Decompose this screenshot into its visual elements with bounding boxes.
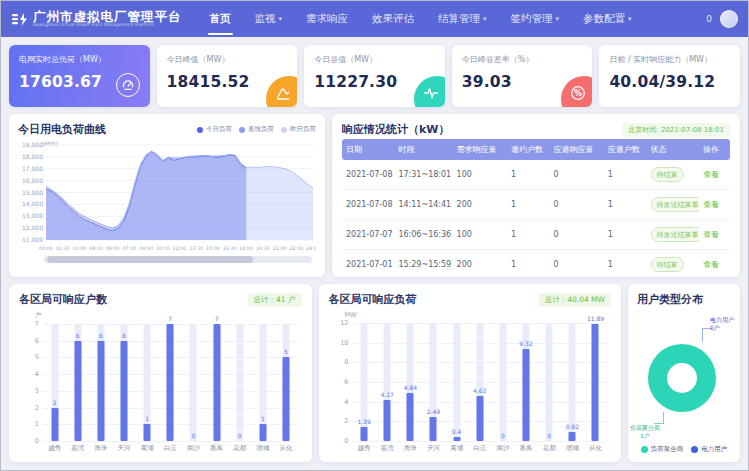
chart-zoom-slider[interactable]: [44, 256, 312, 263]
nav-item-contract-management[interactable]: 签约管理▾: [501, 1, 570, 37]
x-axis-label: 从化: [584, 444, 607, 454]
svg-text:%: %: [574, 89, 582, 98]
bar-column-荔湾: 6: [66, 324, 89, 441]
x-axis-label: 南沙: [182, 444, 205, 454]
table-cell: 1: [507, 250, 550, 278]
bar-column-海珠: 6: [89, 324, 112, 441]
x-axis-label: 番禺: [514, 444, 537, 454]
y-axis-tick: 4: [344, 398, 348, 406]
gridline: [353, 441, 608, 442]
svg-text:13:30: 13:30: [189, 246, 203, 251]
notification-count[interactable]: 0: [706, 14, 712, 24]
svg-text:15:00: 15:00: [206, 246, 220, 251]
x-axis-label: 黄埔: [445, 444, 468, 454]
svg-text:16:30: 16:30: [223, 246, 237, 251]
x-axis-label: 番禺: [205, 444, 228, 454]
legend-dot: [239, 127, 245, 133]
table-cell-action: 查看: [699, 220, 730, 250]
view-link[interactable]: 查看: [703, 260, 719, 269]
view-link[interactable]: 查看: [703, 230, 719, 239]
top-nav-bar: 广州市虚拟电厂管理平台 Guangzhou Virtual Power Plan…: [1, 1, 748, 37]
table-cell: 1: [604, 160, 647, 190]
nav-item-demand-response[interactable]: 需求响应: [296, 1, 358, 37]
bar-column-黄埔: 0.4: [445, 323, 468, 441]
bar-value-label: 0: [191, 432, 195, 439]
x-axis-label: 荔湾: [376, 444, 399, 454]
nav-item-label: 签约管理: [511, 12, 553, 26]
table-cell: 100: [453, 220, 507, 250]
kpi-title: 电网实时总负荷（MW）: [19, 54, 140, 65]
bar-column-海珠: 4.84: [399, 323, 422, 441]
table-cell: 14:11~14:41: [394, 190, 452, 220]
legend-item-aggregator[interactable]: 负荷聚合商: [641, 445, 684, 454]
table-cell: 0: [550, 250, 604, 278]
user-avatar[interactable]: [720, 10, 738, 28]
nav-item-label: 结算管理: [438, 12, 480, 26]
kpi-title: 今日峰值（MW）: [167, 54, 288, 65]
bar-track: [190, 324, 197, 441]
x-axis-label: 天河: [422, 444, 445, 454]
logo-icon: [11, 11, 28, 28]
bar: [592, 324, 599, 441]
legend-item-1[interactable]: 基线负荷: [239, 125, 274, 134]
bar-value-label: 2: [53, 399, 57, 406]
bar-value-label: 0.4: [452, 428, 462, 435]
kpi-card-today-peak: 今日峰值（MW） 18415.52: [157, 45, 298, 107]
legend-item-2[interactable]: 昨日负荷: [281, 125, 316, 134]
gauge-icon: [116, 73, 140, 97]
kpi-title: 日前 / 实时响应能力（MW）: [609, 54, 730, 65]
bar: [407, 393, 414, 441]
y-axis-tick: 8: [344, 358, 348, 366]
legend-label: 基线负荷: [248, 125, 274, 134]
y-axis-tick: 1: [35, 420, 39, 428]
nav-item-settlement-management[interactable]: 结算管理▾: [428, 1, 497, 37]
district-load-panel: 各区局可响应负荷 总计：40.04 MW MW 1210864201.394.1…: [319, 284, 622, 462]
table-cell: 1: [604, 250, 647, 278]
bar-column-番禺: 9.32: [514, 323, 537, 441]
view-link[interactable]: 查看: [703, 200, 719, 209]
legend-item-0[interactable]: 今日负荷: [197, 125, 232, 134]
svg-text:21:00: 21:00: [273, 246, 287, 251]
bar-columns: 1.394.174.842.490.44.6209.3200.9211.89: [353, 323, 608, 441]
nav-item-monitor[interactable]: 监视▾: [245, 1, 293, 37]
nav-item-label: 监视: [255, 12, 276, 26]
kpi-row: 电网实时总负荷（MW） 17603.67 今日峰值（MW） 18415.52: [9, 45, 740, 107]
nav-item-parameter-config[interactable]: 参数配置▾: [573, 1, 642, 37]
table-header-cell: 应邀户数: [604, 139, 647, 160]
svg-text:(MW): (MW): [42, 140, 58, 147]
response-stats-panel: 响应情况统计（kW） 北京时间: 2021-07-08 18:01 日期时段需求…: [332, 114, 740, 277]
table-header-cell: 需求响应量: [453, 139, 507, 160]
status-badge: 待结算: [651, 257, 684, 272]
bar-column-增城: 1: [251, 324, 274, 441]
bar-value-label: 11.89: [587, 315, 604, 322]
y-axis-tick: 7: [35, 320, 39, 328]
bar: [569, 432, 576, 441]
x-axis-label: 海珠: [89, 444, 112, 454]
bar-column-番禺: 7: [205, 324, 228, 441]
callout-connector: [654, 412, 664, 424]
panel-title: 用户类型分布: [637, 292, 731, 307]
table-cell: 1: [507, 220, 550, 250]
view-link[interactable]: 查看: [703, 170, 719, 179]
bar-columns: 26661707015: [43, 324, 298, 441]
load-curve-panel: 今日用电负荷曲线 今日负荷基线负荷昨日负荷 (MW)19,00018,00017…: [9, 114, 325, 277]
donut-label-aggregator: 负荷聚合商 1户: [630, 424, 660, 440]
nav-item-effect-evaluation[interactable]: 效果评估: [362, 1, 424, 37]
x-axis-label: 增城: [251, 444, 274, 454]
table-header-cell: 状态: [647, 139, 699, 160]
legend-item-power-user[interactable]: 电力用户: [691, 445, 727, 454]
user-type-panel: 用户类型分布 电力用户 0户 负荷聚合商 1户 负荷聚合商: [628, 284, 740, 462]
svg-text:12,000: 12,000: [22, 224, 43, 231]
bar-value-label: 4.17: [381, 391, 394, 398]
bar-column-天河: 6: [112, 324, 135, 441]
bar-value-label: 0: [238, 432, 242, 439]
bar-value-label: 1: [145, 415, 149, 422]
bar-column-黄埔: 1: [136, 324, 159, 441]
y-axis-tick: 0: [35, 437, 39, 445]
chart-zoom-slider-range[interactable]: [47, 256, 253, 263]
nav-item-home[interactable]: 首页: [200, 1, 241, 37]
y-axis-tick: 10: [340, 339, 348, 347]
y-axis-tick: 4: [35, 370, 39, 378]
bar: [384, 400, 391, 441]
bar-value-label: 7: [215, 315, 219, 322]
